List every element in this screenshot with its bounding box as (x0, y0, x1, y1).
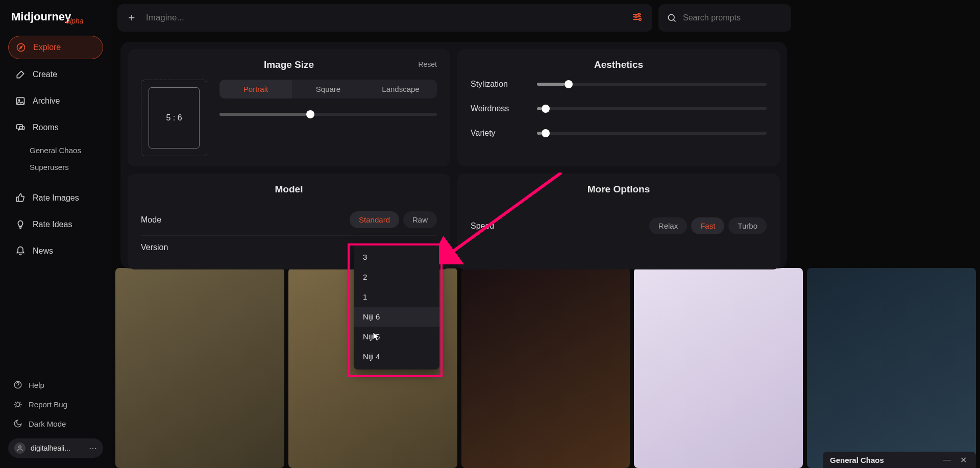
sidebar-item-label: Rate Ideas (33, 220, 72, 229)
search-bar (658, 4, 791, 32)
aspect-slider[interactable] (219, 113, 437, 116)
card-title: More Options (471, 184, 767, 195)
close-icon[interactable]: ✕ (958, 455, 969, 465)
sidebar-item-create[interactable]: Create (8, 63, 103, 86)
avatar-icon (14, 442, 26, 454)
dropdown-item[interactable]: Niji 4 (354, 347, 439, 366)
card-title-text: Image Size (264, 59, 314, 70)
svg-point-8 (19, 446, 21, 448)
image-tile[interactable] (115, 268, 284, 468)
sidebar-item-label: Explore (33, 43, 61, 52)
image-tile[interactable] (461, 268, 630, 468)
weirdness-slider[interactable] (537, 107, 767, 110)
svg-point-7 (16, 403, 20, 407)
sidebar-item-news[interactable]: News (8, 240, 103, 262)
moon-icon (13, 419, 22, 428)
svg-marker-1 (20, 46, 22, 49)
logo-tag: alpha (66, 17, 83, 25)
dropdown-item[interactable]: Niji 6 (354, 307, 439, 327)
thumbs-up-icon (15, 193, 26, 203)
plus-icon[interactable]: + (125, 11, 139, 25)
slider-thumb[interactable] (306, 110, 314, 118)
dropdown-item[interactable]: 2 (354, 267, 439, 287)
segment-portrait[interactable]: Portrait (219, 80, 292, 98)
speed-relax[interactable]: Relax (649, 217, 687, 234)
search-icon (667, 13, 677, 23)
svg-point-3 (18, 100, 20, 101)
footer-label: Dark Mode (29, 420, 66, 428)
logo-text: Midjourney (11, 10, 71, 23)
speed-turbo[interactable]: Turbo (728, 217, 767, 234)
search-input[interactable] (683, 13, 785, 22)
svg-point-9 (638, 13, 640, 15)
image-icon (15, 96, 26, 106)
dropdown-item[interactable]: 3 (354, 247, 439, 267)
speed-options: Relax Fast Turbo (649, 217, 767, 234)
prompt-input[interactable] (146, 13, 624, 23)
sidebar-item-archive[interactable]: Archive (8, 90, 103, 112)
image-tile[interactable] (807, 268, 976, 468)
compass-icon (16, 42, 26, 53)
help-icon (13, 380, 22, 389)
svg-point-10 (635, 16, 637, 18)
sidebar-item-label: Rooms (33, 123, 59, 132)
chat-toast[interactable]: General Chaos — ✕ (823, 452, 976, 468)
dropdown-item[interactable]: Niji 5 (354, 327, 439, 347)
mode-row: Mode Standard Raw (141, 204, 437, 236)
segment-square[interactable]: Square (292, 80, 364, 98)
row-label: Weirdness (471, 104, 527, 113)
speed-fast[interactable]: Fast (691, 217, 724, 234)
footer-dark-mode[interactable]: Dark Mode (8, 415, 103, 432)
aesthetics-card: Aesthetics Stylization Weirdness Variety (457, 49, 780, 166)
mode-raw[interactable]: Raw (403, 211, 437, 228)
slider-thumb[interactable] (542, 105, 550, 113)
row-label: Speed (471, 221, 494, 231)
variety-row: Variety (471, 129, 767, 138)
logo: Midjourneyalpha (8, 10, 103, 23)
footer-report-bug[interactable]: Report Bug (8, 396, 103, 413)
sidebar-item-rate-ideas[interactable]: Rate Ideas (8, 213, 103, 236)
settings-panel: Image Size Reset 5 : 6 Portrait Square L… (120, 42, 787, 268)
image-size-card: Image Size Reset 5 : 6 Portrait Square L… (128, 49, 450, 166)
slider-thumb[interactable] (542, 129, 550, 137)
username: digitalheali... (31, 444, 84, 452)
mode-standard[interactable]: Standard (350, 211, 399, 228)
slider-thumb[interactable] (565, 80, 573, 88)
bell-icon (15, 246, 26, 256)
variety-slider[interactable] (537, 132, 767, 135)
orientation-segments: Portrait Square Landscape (219, 80, 437, 98)
svg-point-12 (668, 14, 674, 20)
image-tile[interactable] (634, 268, 803, 468)
user-menu[interactable]: digitalheali... ⋯ (8, 438, 103, 458)
sidebar-item-explore[interactable]: Explore (8, 36, 103, 59)
stylization-slider[interactable] (537, 83, 767, 86)
footer-help[interactable]: Help (8, 376, 103, 393)
row-label: Mode (141, 215, 161, 225)
sliders-icon[interactable] (631, 11, 645, 25)
room-general-chaos[interactable]: General Chaos (8, 143, 103, 158)
sidebar-item-rooms[interactable]: Rooms (8, 116, 103, 139)
sidebar: Midjourneyalpha Explore Create Archive R… (0, 0, 111, 468)
aspect-preview[interactable]: 5 : 6 (141, 80, 207, 156)
card-title: Model (141, 184, 437, 195)
weirdness-row: Weirdness (471, 104, 767, 113)
svg-point-11 (639, 18, 641, 20)
sidebar-item-label: Rate Images (33, 193, 79, 203)
sidebar-item-label: Archive (33, 96, 60, 106)
sidebar-item-rate-images[interactable]: Rate Images (8, 187, 103, 209)
card-title: Aesthetics (471, 59, 767, 70)
room-superusers[interactable]: Superusers (8, 160, 103, 175)
sidebar-item-label: News (33, 247, 53, 256)
card-title: Image Size Reset (141, 59, 437, 70)
minimize-icon[interactable]: — (941, 455, 953, 464)
row-label: Stylization (471, 80, 527, 89)
image-grid (111, 268, 980, 468)
dropdown-item[interactable]: 1 (354, 287, 439, 307)
footer-label: Help (29, 381, 44, 389)
segment-landscape[interactable]: Landscape (364, 80, 437, 98)
bulb-icon (15, 219, 26, 230)
reset-button[interactable]: Reset (418, 60, 437, 68)
stylization-row: Stylization (471, 80, 767, 89)
prompt-bar: + (117, 4, 652, 32)
more-icon[interactable]: ⋯ (89, 444, 97, 453)
